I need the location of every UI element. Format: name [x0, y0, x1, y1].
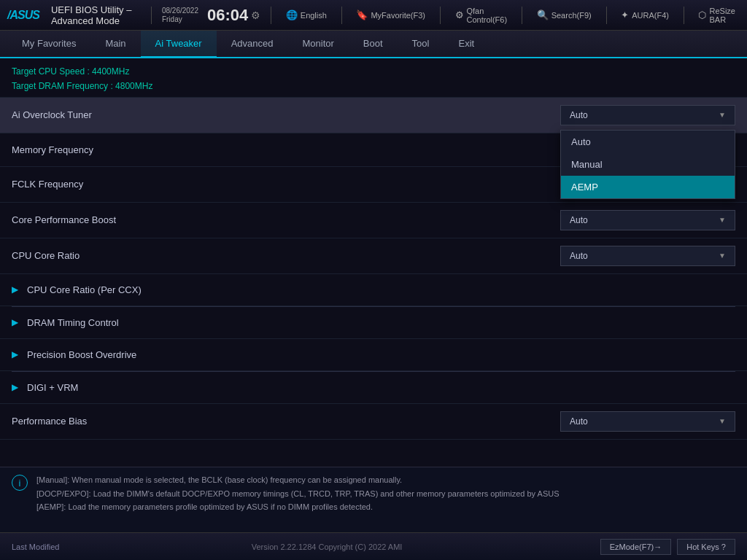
header-item-search[interactable]: 🔍 Search(F9)	[533, 7, 596, 23]
header-bar: /ASUS UEFI BIOS Utility – Advanced Mode …	[0, 0, 747, 31]
language-label: English	[301, 11, 327, 20]
performance-bias-label: Performance Bias	[12, 416, 560, 427]
ai-overclock-tuner-label: Ai Overclock Tuner	[12, 109, 560, 120]
header-item-language[interactable]: 🌐 English	[282, 7, 331, 23]
expand-arrow-icon: ▶	[12, 284, 18, 295]
target-dram-frequency: Target DRAM Frequency : 4800MHz	[12, 79, 735, 93]
header-sep-7	[684, 7, 684, 24]
tab-my-favorites[interactable]: My Favorites	[7, 31, 90, 58]
header-sep-5	[522, 7, 522, 24]
settings-list: Ai Overclock Tuner Auto ▼ Auto Manual AE…	[0, 98, 747, 467]
dropdown-arrow-icon-3: ▼	[719, 216, 726, 224]
core-performance-boost-dropdown[interactable]: Auto ▼	[560, 210, 735, 230]
asus-logo: /ASUS	[7, 9, 39, 22]
tab-monitor[interactable]: Monitor	[288, 31, 349, 58]
header-item-resizebar[interactable]: ⬡ ReSize BAR	[694, 4, 739, 26]
memory-frequency-label: Memory Frequency	[12, 144, 560, 155]
dropdown-option-manual[interactable]: Manual	[561, 153, 735, 176]
fan-icon: ⚙	[455, 9, 464, 20]
ez-mode-label: EzMode(F7)→	[610, 542, 662, 551]
datetime-area: 08/26/2022 Friday	[162, 7, 198, 24]
setting-core-performance-boost[interactable]: Core Performance Boost Auto ▼	[0, 203, 747, 238]
setting-performance-bias[interactable]: Performance Bias Auto ▼	[0, 404, 747, 440]
target-cpu-speed: Target CPU Speed : 4400MHz	[12, 64, 735, 79]
dropdown-arrow-icon-5: ▼	[719, 417, 726, 425]
core-performance-boost-label: Core Performance Boost	[12, 214, 560, 225]
header-separator	[151, 7, 152, 24]
expand-arrow-icon-3: ▶	[12, 349, 18, 359]
performance-bias-value[interactable]: Auto ▼	[560, 411, 735, 432]
hot-keys-label: Hot Keys ?	[686, 542, 726, 551]
header-sep-6	[606, 7, 607, 24]
day-display: Friday	[162, 15, 182, 24]
main-content: Target CPU Speed : 4400MHz Target DRAM F…	[0, 58, 747, 532]
cpu-core-ratio-label: CPU Core Ratio	[12, 250, 560, 261]
asus-logo-text: /ASUS	[7, 9, 39, 22]
setting-digi-vrm[interactable]: ▶ DIGI + VRM	[0, 372, 747, 404]
resizebar-label: ReSize BAR	[709, 7, 735, 24]
core-performance-boost-value[interactable]: Auto ▼	[560, 210, 735, 230]
resize-icon: ⬡	[698, 9, 706, 20]
header-item-aura[interactable]: ✦ AURA(F4)	[616, 7, 673, 23]
dropdown-arrow-icon-4: ▼	[719, 252, 726, 260]
tab-tool[interactable]: Tool	[398, 31, 444, 58]
info-line-3: [AEMP]: Load the memory parameters profi…	[36, 500, 560, 514]
setting-dram-timing-control[interactable]: ▶ DRAM Timing Control	[0, 307, 747, 339]
search-label: Search(F9)	[551, 11, 592, 20]
ez-mode-button[interactable]: EzMode(F7)→	[600, 539, 672, 555]
globe-icon: 🌐	[286, 9, 298, 20]
dropdown-overlay: Auto Manual AEMP	[560, 130, 735, 199]
info-text-content: [Manual]: When manual mode is selected, …	[36, 473, 560, 514]
cpu-core-ratio-dropdown[interactable]: Auto ▼	[560, 246, 735, 266]
cpu-core-ratio-value[interactable]: Auto ▼	[560, 246, 735, 266]
info-section: Target CPU Speed : 4400MHz Target DRAM F…	[0, 58, 747, 98]
ai-overclock-tuner-dropdown[interactable]: Auto ▼	[560, 105, 735, 125]
footer-bar: Last Modified Version 2.22.1284 Copyrigh…	[0, 532, 747, 560]
dropdown-arrow-icon: ▼	[719, 111, 726, 119]
tab-ai-tweaker[interactable]: Ai Tweaker	[141, 31, 217, 58]
header-item-qfan[interactable]: ⚙ Qfan Control(F6)	[451, 4, 512, 26]
aura-icon: ✦	[621, 9, 629, 20]
dram-timing-control-label: DRAM Timing Control	[24, 317, 735, 328]
fclk-frequency-label: FCLK Frequency	[12, 179, 560, 190]
clock-time: 06:04	[207, 7, 248, 23]
last-modified-label: Last Modified	[12, 542, 59, 551]
search-icon: 🔍	[537, 9, 549, 20]
setting-cpu-core-ratio-per-ccx[interactable]: ▶ CPU Core Ratio (Per CCX)	[0, 274, 747, 306]
tab-advanced[interactable]: Advanced	[217, 31, 288, 58]
info-line-1: [Manual]: When manual mode is selected, …	[36, 473, 560, 487]
header-separator-2	[271, 7, 271, 24]
setting-precision-boost-overdrive[interactable]: ▶ Precision Boost Overdrive	[0, 339, 747, 371]
header-item-myfavorite[interactable]: 🔖 MyFavorite(F3)	[352, 7, 430, 23]
nav-tabs: My Favorites Main Ai Tweaker Advanced Mo…	[0, 31, 747, 58]
aura-label: AURA(F4)	[632, 11, 669, 20]
info-icon: i	[12, 475, 28, 491]
footer-version: Version 2.22.1284 Copyright (C) 2022 AMI	[59, 542, 594, 551]
dropdown-option-auto[interactable]: Auto	[561, 131, 735, 153]
cpu-core-ratio-per-ccx-label: CPU Core Ratio (Per CCX)	[24, 284, 735, 295]
hot-keys-button[interactable]: Hot Keys ?	[677, 539, 735, 555]
tab-boot[interactable]: Boot	[349, 31, 398, 58]
digi-vrm-label: DIGI + VRM	[24, 382, 735, 393]
clock-settings-icon[interactable]: ⚙	[251, 9, 260, 21]
dropdown-option-aemp[interactable]: AEMP	[561, 176, 735, 198]
clock-area: 06:04 ⚙	[207, 7, 260, 23]
bookmark-icon: 🔖	[356, 9, 368, 20]
bios-title: UEFI BIOS Utility – Advanced Mode	[51, 4, 132, 26]
setting-cpu-core-ratio[interactable]: CPU Core Ratio Auto ▼	[0, 238, 747, 274]
expand-arrow-icon-2: ▶	[12, 317, 18, 327]
performance-bias-dropdown[interactable]: Auto ▼	[560, 411, 735, 432]
ai-overclock-tuner-value[interactable]: Auto ▼ Auto Manual AEMP	[560, 105, 735, 125]
myfavorite-label: MyFavorite(F3)	[371, 11, 425, 20]
header-sep-3	[341, 7, 342, 24]
precision-boost-overdrive-label: Precision Boost Overdrive	[24, 349, 735, 360]
info-line-2: [DOCP/EXPO]: Load the DIMM's default DOC…	[36, 487, 560, 501]
info-panel: i [Manual]: When manual mode is selected…	[0, 467, 747, 532]
tab-exit[interactable]: Exit	[444, 31, 489, 58]
date-display: 08/26/2022	[162, 7, 198, 15]
qfan-label: Qfan Control(F6)	[467, 7, 508, 24]
tab-main[interactable]: Main	[90, 31, 140, 58]
expand-arrow-icon-4: ▶	[12, 382, 18, 392]
header-sep-4	[440, 7, 441, 24]
setting-ai-overclock-tuner[interactable]: Ai Overclock Tuner Auto ▼ Auto Manual AE…	[0, 98, 747, 133]
